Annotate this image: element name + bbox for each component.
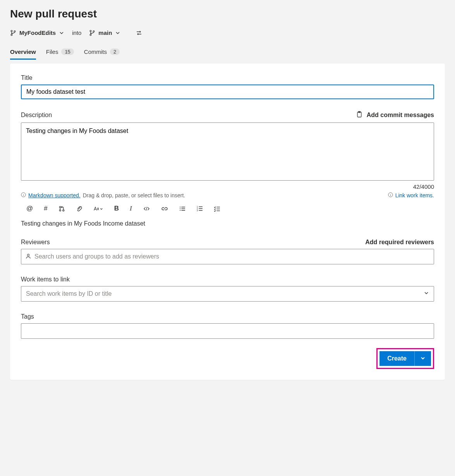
chevron-down-icon — [420, 355, 426, 362]
title-input[interactable] — [21, 85, 434, 99]
chevron-down-icon — [59, 30, 64, 36]
work-items-label: Work items to link — [21, 276, 434, 283]
create-dropdown-button[interactable] — [414, 351, 431, 366]
info-icon — [21, 192, 26, 198]
person-icon — [25, 253, 31, 260]
bold-icon[interactable]: B — [114, 205, 119, 212]
bullet-list-icon[interactable] — [179, 205, 185, 212]
svg-point-0 — [11, 30, 12, 32]
reviewers-label: Reviewers — [21, 239, 50, 246]
pr-form-card: Title Description Add commit messages 42… — [10, 64, 445, 380]
into-label: into — [72, 29, 81, 36]
tab-files[interactable]: Files 15 — [46, 45, 74, 60]
link-work-items-link[interactable]: Link work items. — [395, 192, 434, 198]
branch-icon — [10, 30, 16, 36]
svg-point-12 — [63, 209, 64, 211]
source-branch-picker[interactable]: MyFoodEdits — [10, 29, 64, 36]
link-icon[interactable] — [161, 205, 168, 212]
branch-selector-row: MyFoodEdits into main — [10, 29, 445, 36]
title-label: Title — [21, 74, 434, 81]
description-label: Description — [21, 112, 52, 119]
tab-badge: 15 — [61, 48, 74, 55]
tab-commits[interactable]: Commits 2 — [84, 45, 120, 60]
svg-text:3: 3 — [197, 209, 198, 211]
editor-toolbar: @ # B I — [21, 205, 434, 212]
add-commit-messages-button[interactable]: Add commit messages — [356, 111, 434, 119]
chevron-down-icon — [115, 30, 120, 36]
svg-point-5 — [93, 31, 95, 32]
numbered-list-icon[interactable]: 123 — [196, 205, 203, 212]
drag-drop-hint: Drag & drop, paste, or select files to i… — [83, 192, 185, 198]
source-branch-name: MyFoodEdits — [19, 29, 56, 36]
mention-icon[interactable]: @ — [26, 205, 33, 212]
tabs: Overview Files 15 Commits 2 — [10, 45, 445, 60]
create-button[interactable]: Create — [379, 351, 414, 366]
clipboard-icon — [356, 111, 363, 119]
branch-icon — [89, 30, 95, 36]
hash-icon[interactable]: # — [44, 205, 47, 212]
svg-point-2 — [14, 31, 15, 32]
svg-rect-24 — [199, 210, 203, 210]
attachment-icon[interactable] — [76, 205, 82, 212]
svg-point-3 — [90, 30, 92, 32]
target-branch-name: main — [98, 29, 112, 36]
tab-label: Commits — [84, 48, 107, 55]
info-icon — [388, 192, 393, 198]
markdown-hint: Markdown supported. Drag & drop, paste, … — [21, 192, 185, 198]
text-style-icon[interactable] — [93, 205, 103, 212]
svg-rect-17 — [181, 208, 185, 209]
tab-badge: 2 — [110, 48, 120, 55]
description-preview: Testing changes in My Foods Income datas… — [21, 220, 434, 227]
italic-icon[interactable]: I — [130, 205, 132, 212]
work-items-select[interactable]: Search work items by ID or title — [21, 286, 434, 302]
svg-point-28 — [27, 254, 29, 256]
pull-request-icon[interactable] — [58, 205, 65, 212]
svg-point-1 — [11, 34, 12, 36]
tags-input[interactable] — [21, 323, 434, 339]
tab-overview[interactable]: Overview — [10, 45, 36, 60]
reviewers-input-wrap[interactable] — [21, 249, 434, 264]
svg-point-10 — [59, 206, 61, 208]
task-list-icon[interactable] — [214, 205, 220, 212]
tags-label: Tags — [21, 313, 434, 320]
chevron-down-icon — [424, 290, 429, 297]
work-items-placeholder: Search work items by ID or title — [26, 290, 112, 297]
create-button-highlight: Create — [376, 348, 434, 369]
tab-label: Files — [46, 48, 58, 55]
svg-rect-18 — [181, 210, 185, 210]
description-textarea[interactable] — [21, 122, 434, 181]
add-required-reviewers-button[interactable]: Add required reviewers — [365, 239, 434, 246]
reviewers-input[interactable] — [31, 249, 430, 264]
svg-point-4 — [90, 34, 92, 36]
svg-point-14 — [180, 208, 180, 209]
tab-label: Overview — [10, 48, 36, 55]
svg-point-11 — [59, 209, 61, 211]
page-title: New pull request — [10, 8, 445, 20]
svg-rect-16 — [181, 207, 185, 207]
swap-branches-icon[interactable] — [136, 30, 142, 36]
svg-point-13 — [180, 207, 180, 207]
code-icon[interactable] — [143, 205, 150, 212]
add-commit-messages-label: Add commit messages — [367, 112, 434, 119]
svg-point-15 — [180, 210, 180, 210]
target-branch-picker[interactable]: main — [89, 29, 120, 36]
link-work-items-hint: Link work items. — [388, 192, 434, 198]
char-count: 42/4000 — [21, 183, 434, 190]
markdown-supported-link[interactable]: Markdown supported. — [28, 192, 81, 198]
svg-rect-22 — [199, 206, 203, 207]
svg-rect-23 — [199, 208, 203, 209]
